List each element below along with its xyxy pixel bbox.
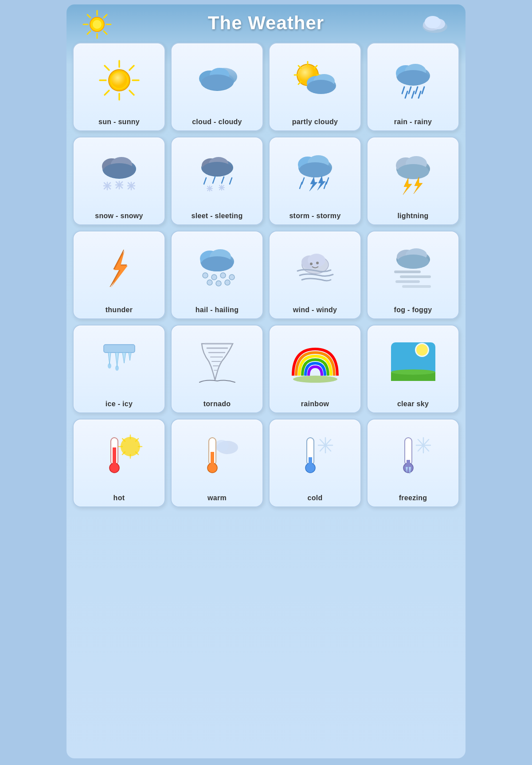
snow-icon bbox=[76, 142, 162, 207]
card-sun-sunny: sun - sunny bbox=[73, 43, 165, 131]
svg-line-19 bbox=[105, 66, 109, 70]
svg-point-116 bbox=[229, 275, 235, 280]
card-fog-foggy: fog - foggy bbox=[367, 231, 459, 319]
svg-point-143 bbox=[416, 344, 428, 356]
svg-point-118 bbox=[216, 281, 221, 286]
svg-line-51 bbox=[415, 87, 418, 94]
card-tornado-label: tornado bbox=[203, 400, 231, 408]
svg-point-112 bbox=[201, 256, 233, 271]
card-hot: hot bbox=[73, 419, 165, 507]
header-cloud-icon bbox=[419, 12, 450, 39]
svg-point-72 bbox=[106, 184, 109, 187]
tornado-icon bbox=[174, 330, 260, 395]
clear-sky-icon bbox=[370, 330, 456, 395]
card-hail-hailing: hail - hailing bbox=[171, 231, 263, 319]
card-freezing: freezing bbox=[367, 419, 459, 507]
svg-line-80 bbox=[213, 177, 215, 183]
svg-point-48 bbox=[397, 70, 429, 85]
sun-icon bbox=[76, 48, 162, 113]
svg-line-98 bbox=[324, 182, 326, 188]
card-thunder-label: thunder bbox=[106, 306, 133, 314]
card-sleet-sleeting: sleet - sleeting bbox=[171, 137, 263, 225]
card-lightning-label: lightning bbox=[397, 212, 428, 220]
rainbow-icon bbox=[272, 330, 358, 395]
freezing-icon bbox=[370, 424, 456, 489]
card-rainbow: rainbow bbox=[269, 325, 361, 413]
svg-point-73 bbox=[118, 184, 121, 186]
rain-icon bbox=[370, 48, 456, 113]
card-rain-rainy-label: rain - rainy bbox=[394, 118, 432, 126]
storm-icon bbox=[272, 142, 358, 207]
svg-point-14 bbox=[425, 16, 441, 28]
card-cold: cold bbox=[269, 419, 361, 507]
svg-line-82 bbox=[230, 178, 232, 184]
svg-rect-129 bbox=[394, 271, 421, 273]
hot-icon bbox=[76, 424, 162, 489]
card-lightning: lightning bbox=[367, 137, 459, 225]
svg-rect-131 bbox=[395, 280, 420, 283]
card-cloud-cloudy: cloud - cloudy bbox=[171, 43, 263, 131]
svg-point-94 bbox=[299, 162, 331, 177]
svg-line-81 bbox=[222, 177, 224, 183]
card-partly-cloudy: partly cloudy bbox=[269, 43, 361, 131]
svg-point-115 bbox=[220, 273, 226, 278]
fog-icon bbox=[370, 236, 456, 301]
ice-icon bbox=[76, 330, 162, 395]
svg-point-128 bbox=[397, 255, 429, 269]
svg-line-79 bbox=[204, 178, 206, 184]
header-sun-icon bbox=[82, 9, 113, 46]
svg-marker-105 bbox=[403, 178, 412, 195]
card-rainbow-label: rainbow bbox=[301, 400, 329, 408]
card-warm: warm bbox=[171, 419, 263, 507]
svg-point-113 bbox=[203, 273, 208, 278]
card-cold-label: cold bbox=[307, 494, 322, 502]
card-snow-snowy-label: snow - snowy bbox=[95, 212, 143, 220]
svg-point-25 bbox=[111, 72, 127, 88]
card-wind-windy: wind - windy bbox=[269, 231, 361, 319]
svg-line-55 bbox=[419, 91, 421, 98]
warm-icon bbox=[174, 424, 260, 489]
svg-point-114 bbox=[211, 275, 217, 280]
svg-rect-157 bbox=[113, 447, 116, 462]
svg-point-122 bbox=[308, 254, 325, 267]
card-clear-sky-label: clear sky bbox=[397, 400, 429, 408]
svg-point-119 bbox=[225, 280, 230, 285]
card-thunder: thunder bbox=[73, 231, 165, 319]
hail-icon bbox=[174, 236, 260, 301]
page-title: The Weather bbox=[208, 12, 324, 34]
lightning-icon bbox=[370, 142, 456, 207]
svg-line-49 bbox=[402, 87, 404, 94]
wind-icon bbox=[272, 236, 358, 301]
svg-marker-136 bbox=[122, 353, 126, 363]
svg-point-30 bbox=[201, 75, 233, 90]
svg-line-6 bbox=[104, 31, 107, 34]
card-ice-icy: ice - icy bbox=[73, 325, 165, 413]
cold-icon bbox=[272, 424, 358, 489]
svg-rect-159 bbox=[113, 462, 116, 468]
card-sleet-sleeting-label: sleet - sleeting bbox=[192, 212, 243, 220]
svg-point-78 bbox=[202, 162, 232, 176]
svg-rect-175 bbox=[309, 462, 312, 468]
svg-point-104 bbox=[397, 164, 429, 179]
svg-line-53 bbox=[405, 91, 407, 98]
svg-line-96 bbox=[326, 178, 329, 184]
svg-marker-99 bbox=[309, 177, 317, 191]
svg-point-145 bbox=[391, 369, 435, 375]
thunder-icon bbox=[76, 236, 162, 301]
card-snow-snowy: snow - snowy bbox=[73, 137, 165, 225]
card-freezing-label: freezing bbox=[399, 494, 427, 502]
svg-point-117 bbox=[207, 280, 212, 285]
card-storm-stormy: storm - stormy bbox=[269, 137, 361, 225]
svg-line-20 bbox=[129, 90, 134, 95]
svg-point-140 bbox=[293, 376, 337, 383]
svg-rect-164 bbox=[211, 452, 214, 463]
svg-point-74 bbox=[130, 184, 133, 187]
svg-line-54 bbox=[412, 91, 414, 98]
svg-line-97 bbox=[300, 182, 302, 188]
card-wind-windy-label: wind - windy bbox=[293, 306, 337, 314]
svg-point-10 bbox=[93, 20, 102, 29]
svg-point-44 bbox=[307, 80, 335, 94]
svg-line-50 bbox=[409, 87, 411, 94]
card-clear-sky: clear sky bbox=[367, 325, 459, 413]
partly-cloudy-icon bbox=[272, 48, 358, 113]
